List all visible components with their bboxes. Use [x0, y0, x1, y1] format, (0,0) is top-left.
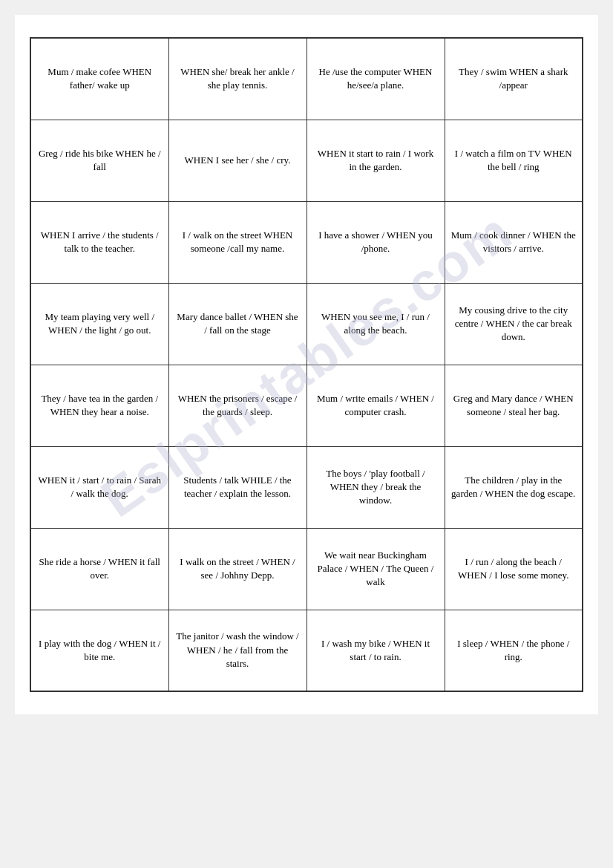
cell-5-2: The boys / 'play football / WHEN they / …	[306, 446, 445, 528]
cell-text-7-0: I play with the dog / WHEN it / bite me.	[37, 637, 163, 664]
cell-text-7-1: The janitor / wash the window / WHEN / h…	[175, 630, 301, 670]
cell-0-0: Mum / make cofee WHEN father/ wake up	[30, 38, 168, 120]
cell-4-1: WHEN the prisoners / escape / the guards…	[168, 365, 306, 446]
cell-1-1: WHEN I see her / she / cry.	[168, 120, 306, 201]
cell-7-3: I sleep / WHEN / the phone / ring.	[445, 610, 583, 691]
exercise-table: Mum / make cofee WHEN father/ wake upWHE…	[30, 37, 583, 692]
cell-text-3-0: My team playing very well / WHEN / the l…	[37, 310, 163, 337]
cell-6-2: We wait near Buckingham Palace / WHEN / …	[306, 528, 445, 610]
cell-text-4-3: Greg and Mary dance / WHEN someone / ste…	[451, 392, 577, 419]
cell-text-4-2: Mum / write emails / WHEN / computer cra…	[313, 392, 439, 419]
cell-6-3: I / run / along the beach / WHEN / I los…	[445, 528, 583, 610]
cell-text-1-1: WHEN I see her / she / cry.	[175, 154, 301, 167]
cell-7-0: I play with the dog / WHEN it / bite me.	[30, 610, 168, 691]
cell-3-0: My team playing very well / WHEN / the l…	[30, 283, 168, 365]
cell-text-1-3: I / watch a film on TV WHEN the bell / r…	[451, 147, 577, 174]
cell-3-1: Mary dance ballet / WHEN she / fall on t…	[168, 283, 306, 365]
cell-3-3: My cousing drive to the city centre / WH…	[445, 283, 583, 365]
cell-0-1: WHEN she/ break her ankle / she play ten…	[168, 38, 306, 120]
cell-5-1: Students / talk WHILE / the teacher / ex…	[168, 446, 306, 528]
cell-5-0: WHEN it / start / to rain / Sarah / walk…	[30, 446, 168, 528]
cell-text-0-3: They / swim WHEN a shark /appear	[451, 65, 577, 92]
cell-2-3: Mum / cook dinner / WHEN the visitors / …	[445, 201, 583, 283]
cell-text-2-3: Mum / cook dinner / WHEN the visitors / …	[451, 229, 577, 255]
cell-6-0: She ride a horse / WHEN it fall over.	[30, 528, 168, 610]
cell-text-3-1: Mary dance ballet / WHEN she / fall on t…	[175, 310, 301, 337]
cell-text-0-2: He /use the computer WHEN he/see/a plane…	[313, 65, 439, 92]
cell-text-4-1: WHEN the prisoners / escape / the guards…	[175, 392, 301, 419]
cell-text-6-3: I / run / along the beach / WHEN / I los…	[451, 555, 577, 582]
cell-text-3-2: WHEN you see me, I / run / along the bea…	[313, 310, 439, 337]
cell-text-2-0: WHEN I arrive / the students / talk to t…	[37, 229, 163, 255]
cell-text-5-1: Students / talk WHILE / the teacher / ex…	[175, 474, 301, 500]
cell-7-1: The janitor / wash the window / WHEN / h…	[168, 610, 306, 691]
cell-text-5-0: WHEN it / start / to rain / Sarah / walk…	[37, 474, 163, 500]
cell-4-3: Greg and Mary dance / WHEN someone / ste…	[445, 365, 583, 446]
cell-7-2: I / wash my bike / WHEN it start / to ra…	[306, 610, 445, 691]
cell-5-3: The children / play in the garden / WHEN…	[445, 446, 583, 528]
cell-text-5-3: The children / play in the garden / WHEN…	[451, 474, 577, 500]
cell-text-4-0: They / have tea in the garden / WHEN the…	[37, 392, 163, 419]
cell-text-3-3: My cousing drive to the city centre / WH…	[451, 304, 577, 345]
cell-3-2: WHEN you see me, I / run / along the bea…	[306, 283, 445, 365]
cell-6-1: I walk on the street / WHEN / see / Johh…	[168, 528, 306, 610]
cell-text-6-1: I walk on the street / WHEN / see / Johh…	[175, 555, 301, 582]
cell-text-5-2: The boys / 'play football / WHEN they / …	[313, 467, 439, 508]
cell-text-6-0: She ride a horse / WHEN it fall over.	[37, 555, 163, 582]
cell-2-0: WHEN I arrive / the students / talk to t…	[30, 201, 168, 283]
cell-text-7-3: I sleep / WHEN / the phone / ring.	[451, 637, 577, 664]
cell-text-1-2: WHEN it start to rain / I work in the ga…	[313, 147, 439, 174]
cell-text-1-0: Greg / ride his bike WHEN he / fall	[37, 147, 163, 174]
cell-4-0: They / have tea in the garden / WHEN the…	[30, 365, 168, 446]
page: Eslprintables.com Mum / make cofee WHEN …	[15, 15, 598, 714]
cell-text-7-2: I / wash my bike / WHEN it start / to ra…	[313, 637, 439, 664]
cell-1-2: WHEN it start to rain / I work in the ga…	[306, 120, 445, 201]
cell-0-3: They / swim WHEN a shark /appear	[445, 38, 583, 120]
cell-4-2: Mum / write emails / WHEN / computer cra…	[306, 365, 445, 446]
cell-2-2: I have a shower / WHEN you /phone.	[306, 201, 445, 283]
cell-2-1: I / walk on the street WHEN someone /cal…	[168, 201, 306, 283]
cell-text-0-1: WHEN she/ break her ankle / she play ten…	[175, 65, 301, 92]
cell-0-2: He /use the computer WHEN he/see/a plane…	[306, 38, 445, 120]
cell-text-2-1: I / walk on the street WHEN someone /cal…	[175, 229, 301, 255]
cell-text-6-2: We wait near Buckingham Palace / WHEN / …	[313, 549, 439, 590]
cell-1-3: I / watch a film on TV WHEN the bell / r…	[445, 120, 583, 201]
cell-text-2-2: I have a shower / WHEN you /phone.	[313, 229, 439, 255]
cell-1-0: Greg / ride his bike WHEN he / fall	[30, 120, 168, 201]
cell-text-0-0: Mum / make cofee WHEN father/ wake up	[37, 65, 163, 92]
